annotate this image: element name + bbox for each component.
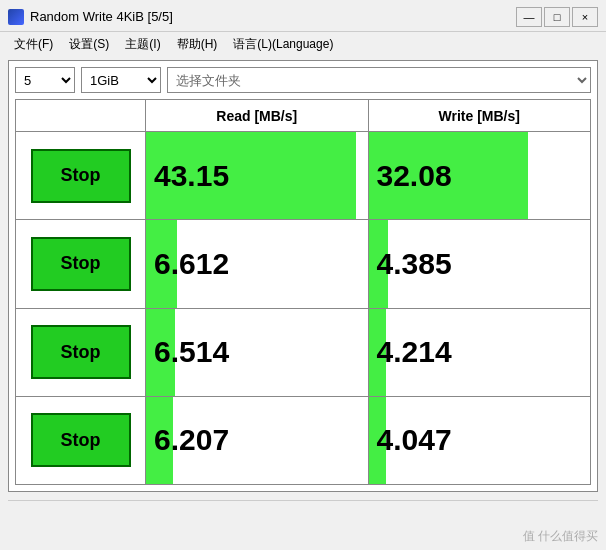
header-read: Read [MB/s]: [146, 100, 369, 131]
read-cell-2: 6.514: [146, 309, 369, 396]
table-row: Stop 6.612 4.385: [16, 220, 590, 308]
stop-button-3[interactable]: Stop: [31, 413, 131, 467]
menu-theme[interactable]: 主题(I): [119, 34, 166, 55]
title-bar-controls: — □ ×: [516, 7, 598, 27]
menu-help[interactable]: 帮助(H): [171, 34, 224, 55]
watermark-area: 值 什么值得买: [0, 522, 606, 550]
data-grid: Read [MB/s] Write [MB/s] Stop 43.15 32.0…: [15, 99, 591, 485]
size-select[interactable]: 1GiB 512MiB 2GiB 4GiB: [81, 67, 161, 93]
write-cell-3: 4.047: [369, 397, 591, 484]
menu-bar: 文件(F) 设置(S) 主题(I) 帮助(H) 语言(L)(Language): [0, 32, 606, 56]
stop-button-1[interactable]: Stop: [31, 237, 131, 291]
app-icon: [8, 9, 24, 25]
stop-button-2[interactable]: Stop: [31, 325, 131, 379]
write-cell-2: 4.214: [369, 309, 591, 396]
stop-cell-0: Stop: [16, 132, 146, 219]
stop-button-0[interactable]: Stop: [31, 149, 131, 203]
menu-language[interactable]: 语言(L)(Language): [227, 34, 339, 55]
table-row: Stop 6.514 4.214: [16, 309, 590, 397]
write-cell-0: 32.08: [369, 132, 591, 219]
write-value-1: 4.385: [369, 247, 452, 281]
write-value-2: 4.214: [369, 335, 452, 369]
window-title: Random Write 4KiB [5/5]: [30, 9, 173, 24]
header-write: Write [MB/s]: [369, 100, 591, 131]
title-bar: Random Write 4KiB [5/5] — □ ×: [0, 0, 606, 32]
status-bar: [8, 500, 598, 522]
maximize-button[interactable]: □: [544, 7, 570, 27]
read-cell-0: 43.15: [146, 132, 369, 219]
minimize-button[interactable]: —: [516, 7, 542, 27]
read-value-2: 6.514: [146, 335, 229, 369]
watermark-text: 值 什么值得买: [523, 528, 598, 545]
write-value-0: 32.08: [369, 159, 452, 193]
write-value-3: 4.047: [369, 423, 452, 457]
menu-file[interactable]: 文件(F): [8, 34, 59, 55]
write-cell-1: 4.385: [369, 220, 591, 307]
toolbar-row: 5 1 3 10 1GiB 512MiB 2GiB 4GiB 选择文件夹: [15, 67, 591, 93]
close-button[interactable]: ×: [572, 7, 598, 27]
table-row: Stop 43.15 32.08: [16, 132, 590, 220]
read-value-1: 6.612: [146, 247, 229, 281]
read-value-0: 43.15: [146, 159, 229, 193]
table-row: Stop 6.207 4.047: [16, 397, 590, 484]
stop-cell-2: Stop: [16, 309, 146, 396]
read-cell-3: 6.207: [146, 397, 369, 484]
read-cell-1: 6.612: [146, 220, 369, 307]
count-select[interactable]: 5 1 3 10: [15, 67, 75, 93]
stop-cell-3: Stop: [16, 397, 146, 484]
header-empty: [16, 100, 146, 131]
read-value-3: 6.207: [146, 423, 229, 457]
title-bar-left: Random Write 4KiB [5/5]: [8, 9, 173, 25]
stop-cell-1: Stop: [16, 220, 146, 307]
header-row: Read [MB/s] Write [MB/s]: [16, 100, 590, 132]
main-content: 5 1 3 10 1GiB 512MiB 2GiB 4GiB 选择文件夹 Rea…: [8, 60, 598, 492]
folder-select[interactable]: 选择文件夹: [167, 67, 591, 93]
menu-settings[interactable]: 设置(S): [63, 34, 115, 55]
